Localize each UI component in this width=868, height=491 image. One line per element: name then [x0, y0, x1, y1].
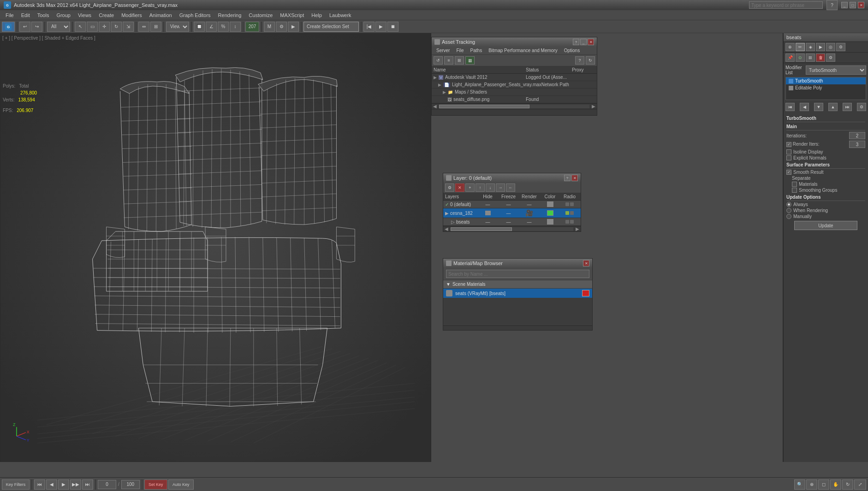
asset-btn-4[interactable]: ▦: [465, 56, 475, 65]
material-row-seats[interactable]: seats (VRayMtl) [bseats]: [443, 289, 592, 298]
explicit-normals-checkbox[interactable]: [786, 155, 791, 160]
menu-tools[interactable]: Tools: [34, 11, 53, 20]
menu-views[interactable]: Views: [74, 11, 95, 20]
layer-row-default[interactable]: ✓ 0 (default) — — —: [443, 201, 581, 208]
menu-help[interactable]: Help: [308, 11, 326, 20]
update-btn[interactable]: Update: [794, 221, 857, 230]
set-key-btn[interactable]: Set Key: [144, 479, 167, 490]
menu-graph-editors[interactable]: Graph Editors: [176, 11, 214, 20]
menu-animation[interactable]: Animation: [146, 11, 176, 20]
modifier-list-dropdown[interactable]: TurboSmooth: [806, 65, 866, 75]
always-radio[interactable]: [786, 202, 791, 207]
asset-row-vault[interactable]: ▶ V Autodesk Vault 2012 Logged Out (Asse…: [432, 74, 597, 81]
modifier-editable-poly[interactable]: Editable Poly: [786, 84, 866, 91]
snap-spinner[interactable]: ↕: [230, 22, 241, 32]
layer-add-btn[interactable]: +: [465, 183, 475, 192]
menu-customize[interactable]: Customize: [245, 11, 276, 20]
menu-laubwerk[interactable]: Laubwerk: [326, 11, 355, 20]
display-tab-btn[interactable]: ◎: [826, 43, 835, 51]
asset-btn-1[interactable]: ↺: [434, 56, 443, 65]
quick-render-btn[interactable]: ▶: [288, 22, 299, 32]
auto-key-btn[interactable]: Auto Key: [168, 479, 194, 490]
layer-row-bseats[interactable]: ▷ bseats — — —: [443, 218, 581, 226]
menu-edit[interactable]: Edit: [18, 11, 34, 20]
undo-btn[interactable]: ↩: [19, 22, 30, 32]
key-filters-btn[interactable]: Key Filters: [2, 479, 30, 490]
layer-move-in-btn[interactable]: →: [496, 183, 505, 192]
snap-angle[interactable]: ∠: [206, 22, 217, 32]
material-search-input[interactable]: [446, 270, 589, 278]
pan-btn[interactable]: ✋: [830, 479, 841, 490]
move-btn[interactable]: ✛: [99, 22, 110, 32]
asset-menu-options[interactable]: Options: [561, 47, 583, 53]
show-end-result-btn[interactable]: ⊙: [796, 53, 805, 62]
smooth-result-checkbox[interactable]: [786, 170, 791, 175]
stack-prev-btn[interactable]: ◀: [800, 103, 809, 111]
scene-materials-header[interactable]: ▼ Scene Materials: [443, 280, 592, 289]
play-btn[interactable]: ▶: [375, 22, 386, 32]
asset-menu-paths[interactable]: Paths: [468, 47, 485, 53]
main-viewport[interactable]: [ + ] [ Perspective ] [ Shaded + Edged F…: [0, 33, 431, 462]
when-rendering-radio[interactable]: [786, 208, 791, 213]
stack-settings-btn[interactable]: ⚙: [857, 103, 866, 111]
stack-top-btn[interactable]: ⏮: [785, 103, 795, 111]
remove-modifier-btn[interactable]: 🗑: [816, 53, 825, 62]
asset-btn-2[interactable]: ≡: [444, 56, 453, 65]
frame-input[interactable]: [98, 480, 116, 489]
layer-scrollbar[interactable]: ◀ ▶: [443, 226, 581, 231]
asset-menu-bitmap[interactable]: Bitmap Performance and Memory: [486, 47, 560, 53]
asset-close-btn[interactable]: ✕: [588, 39, 594, 45]
modifier-turbosmooth[interactable]: TurboSmooth: [786, 77, 866, 84]
zoom-btn[interactable]: 🔍: [794, 479, 805, 490]
layer-btn[interactable]: 207: [245, 22, 259, 32]
render-iters-input[interactable]: [849, 141, 865, 148]
motion-tab-btn[interactable]: ▶: [816, 43, 825, 51]
zoom-all-btn[interactable]: ⊕: [806, 479, 817, 490]
asset-scrollbar[interactable]: ◀ ▶: [432, 103, 597, 109]
hierarchy-tab-btn[interactable]: ◈: [806, 43, 815, 51]
align-btn[interactable]: ⊞: [150, 22, 161, 32]
select-region-btn[interactable]: ▭: [87, 22, 98, 32]
isoline-checkbox[interactable]: [786, 149, 791, 154]
layer-scroll-right[interactable]: ▶: [574, 226, 581, 231]
minimize-btn[interactable]: _: [841, 2, 848, 8]
menu-group[interactable]: Group: [53, 11, 74, 20]
layer-help-btn[interactable]: ?: [564, 175, 571, 181]
snap-toggle[interactable]: 🔲: [194, 22, 205, 32]
layer-move-out-btn[interactable]: ←: [506, 183, 515, 192]
layer-row-cesna[interactable]: ▶ cesna_182 — 🎥: [443, 208, 581, 218]
asset-refresh-btn[interactable]: ↻: [586, 56, 595, 65]
make-unique-btn[interactable]: ⊞: [806, 53, 815, 62]
timeline-fwd-btn[interactable]: ▶▶: [70, 479, 81, 490]
materials-checkbox[interactable]: [792, 182, 797, 187]
layer-scroll-left[interactable]: ◀: [443, 226, 450, 231]
snap-percent[interactable]: %: [218, 22, 229, 32]
mirror-btn[interactable]: ⇔: [138, 22, 149, 32]
pin-stack-btn[interactable]: 📌: [785, 53, 795, 62]
menu-create[interactable]: Create: [95, 11, 118, 20]
layer-move-down-btn[interactable]: ↓: [486, 183, 495, 192]
asset-row-maxfile[interactable]: ▶ 📄 Light_Airplane_Passenger_Seats_vray.…: [432, 81, 597, 89]
close-btn[interactable]: ✕: [858, 2, 864, 8]
asset-row-diffuse[interactable]: 🖼 seats_diffuse.png Found: [432, 96, 597, 103]
utilities-tab-btn[interactable]: ⚙: [836, 43, 845, 51]
asset-menu-file[interactable]: File: [453, 47, 466, 53]
total-frames-input[interactable]: [121, 480, 140, 489]
redo-btn[interactable]: ↪: [31, 22, 42, 32]
menu-rendering[interactable]: Rendering: [214, 11, 245, 20]
scrollbar-left-btn[interactable]: ◀: [432, 104, 438, 109]
manually-radio[interactable]: [786, 214, 791, 219]
field-of-view-btn[interactable]: ◻: [818, 479, 829, 490]
iterations-input[interactable]: [849, 132, 865, 139]
asset-row-maps[interactable]: ▶ 📁 Maps / Shaders: [432, 89, 597, 96]
render-iters-checkbox[interactable]: [786, 142, 791, 147]
asset-minimize-btn[interactable]: _: [580, 39, 587, 45]
rotate-btn[interactable]: ↻: [111, 22, 122, 32]
menu-maxscript[interactable]: MAXScript: [276, 11, 308, 20]
configure-modifier-sets-btn[interactable]: ⚙: [826, 53, 835, 62]
maximize-vp-btn[interactable]: ⤢: [854, 479, 866, 490]
layer-scroll-thumb[interactable]: [451, 227, 512, 231]
menu-modifiers[interactable]: Modifiers: [118, 11, 146, 20]
coord-system-dropdown[interactable]: View: [166, 22, 189, 32]
layer-settings-btn[interactable]: ⚙: [445, 183, 454, 192]
